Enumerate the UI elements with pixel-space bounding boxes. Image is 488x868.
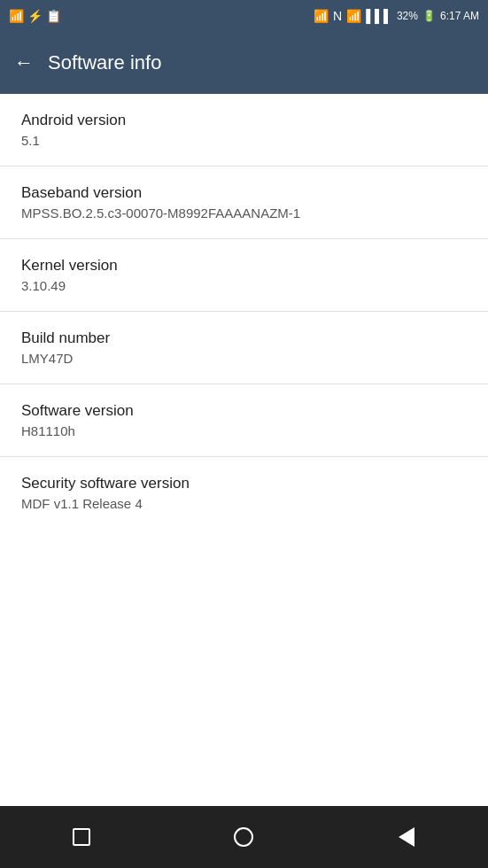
back-arrow-icon: ← — [14, 51, 34, 74]
info-item: Build numberLMY47D — [0, 312, 488, 384]
status-bar-right: 📶 N 📶 ▌▌▌ 32% 🔋 6:17 AM — [314, 9, 479, 23]
info-value: 3.10.49 — [21, 278, 467, 293]
recents-icon — [73, 828, 90, 846]
info-item: Kernel version3.10.49 — [0, 239, 488, 312]
info-label: Build number — [21, 329, 467, 347]
info-value: MDF v1.1 Release 4 — [21, 496, 467, 511]
info-value: 5.1 — [21, 133, 467, 148]
time-display: 6:17 AM — [440, 10, 479, 22]
info-item: Security software versionMDF v1.1 Releas… — [0, 457, 488, 529]
info-item: Baseband versionMPSS.BO.2.5.c3-00070-M89… — [0, 167, 488, 239]
wifi-icon: 📶 — [346, 9, 361, 23]
info-value: H81110h — [21, 423, 467, 438]
info-label: Kernel version — [21, 257, 467, 275]
page-title: Software info — [48, 51, 161, 74]
status-bar-left: 📶 ⚡ 📋 — [9, 9, 61, 23]
status-bar: 📶 ⚡ 📋 📶 N 📶 ▌▌▌ 32% 🔋 6:17 AM — [0, 0, 488, 32]
battery-percentage: 32% — [397, 10, 418, 22]
back-nav-button[interactable] — [380, 810, 433, 864]
toolbar: ← Software info — [0, 32, 488, 94]
carrier-icon: 📶 — [9, 9, 24, 23]
home-icon — [234, 827, 253, 847]
recents-button[interactable] — [55, 810, 108, 864]
battery-icon: 🔋 — [422, 10, 436, 22]
info-label: Security software version — [21, 475, 467, 492]
nav-bar — [0, 806, 488, 868]
home-button[interactable] — [217, 810, 270, 864]
bluetooth-icon: 📶 — [314, 9, 329, 23]
info-item: Android version5.1 — [0, 94, 488, 167]
notification-icon: 📋 — [46, 9, 61, 23]
content-area: Android version5.1Baseband versionMPSS.B… — [0, 94, 488, 806]
back-button[interactable]: ← — [14, 51, 34, 74]
back-nav-icon — [399, 827, 414, 847]
info-value: MPSS.BO.2.5.c3-00070-M8992FAAAANAZM-1 — [21, 205, 467, 221]
info-item: Software versionH81110h — [0, 384, 488, 457]
bolt-icon: ⚡ — [27, 9, 43, 23]
info-label: Android version — [21, 112, 467, 129]
signal-icon: ▌▌▌ — [366, 9, 392, 23]
info-label: Software version — [21, 402, 467, 420]
info-value: LMY47D — [21, 351, 467, 366]
nfc-icon: N — [333, 9, 342, 23]
info-label: Baseband version — [21, 184, 467, 202]
